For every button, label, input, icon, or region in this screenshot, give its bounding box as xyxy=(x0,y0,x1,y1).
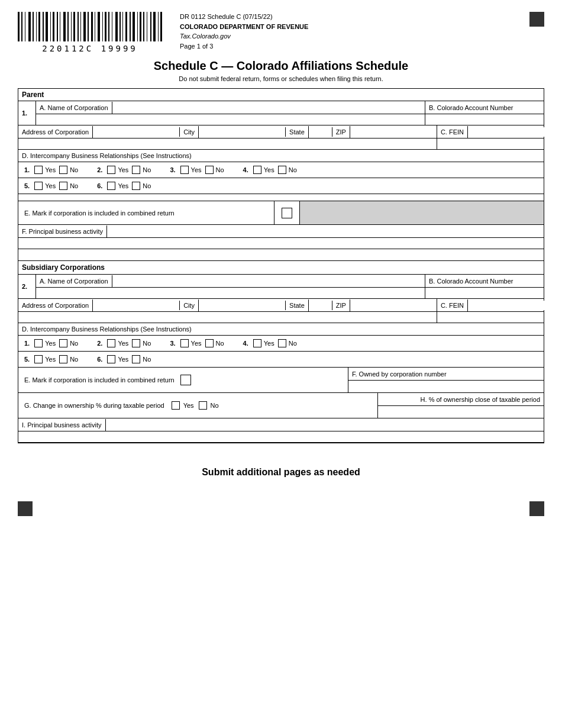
parent-q6-num: 6. xyxy=(97,182,102,189)
sub-d-row: D. Intercompany Business Relationships (… xyxy=(18,323,544,336)
parent-fein-input[interactable] xyxy=(468,127,554,137)
corner-box-bottom-left xyxy=(18,501,33,516)
parent-q6-no-label: No xyxy=(143,182,151,189)
sub-c-label: C. FEIN xyxy=(437,299,468,311)
parent-e-checkbox[interactable] xyxy=(282,208,292,218)
parent-address-label: Address of Corporation xyxy=(18,126,93,138)
parent-bottom-spacer xyxy=(18,249,544,261)
page-info: Page 1 of 3 xyxy=(180,41,529,51)
sub-f-owned-label: F. Owned by corporation number xyxy=(352,371,447,378)
parent-c-label: C. FEIN xyxy=(437,126,468,138)
parent-f-input[interactable] xyxy=(107,227,544,236)
sub-q4-num: 4. xyxy=(243,340,248,347)
sub-g-yes-checkbox[interactable] xyxy=(172,401,180,410)
sub-e-label: E. Mark if corporation is included in co… xyxy=(24,376,175,384)
sub-q6-yes-label: Yes xyxy=(118,356,128,363)
sub-g-no-checkbox[interactable] xyxy=(199,401,207,410)
sub-yn-row-2: 5. Yes No 6. Yes No xyxy=(18,352,544,368)
corner-box-top-right xyxy=(529,12,544,27)
parent-address-input[interactable] xyxy=(93,127,180,137)
sub-i-row: I. Principal business activity xyxy=(18,418,544,443)
sub-i-input[interactable] xyxy=(106,420,544,430)
parent-q6-yes-checkbox[interactable] xyxy=(107,182,115,190)
sub-q1-yes-checkbox[interactable] xyxy=(34,339,43,347)
sub-q5-no-checkbox[interactable] xyxy=(59,355,67,363)
sub-q3-yes-checkbox[interactable] xyxy=(180,339,189,347)
parent-section-header: Parent xyxy=(18,89,544,101)
parent-row-1: 1. A. Name of Corporation B. Colorado Ac… xyxy=(18,101,544,125)
sub-q6-no-checkbox[interactable] xyxy=(132,355,140,363)
sub-corporation-name-input[interactable] xyxy=(112,276,425,286)
sub-state-input[interactable] xyxy=(309,301,332,310)
parent-q3-no-checkbox[interactable] xyxy=(205,166,214,174)
sub-fein-input[interactable] xyxy=(468,301,554,310)
sub-address-input[interactable] xyxy=(93,301,180,310)
form-container: Parent 1. A. Name of Corporation B. Colo… xyxy=(18,88,544,443)
parent-yn-row-2: 5. Yes No 6. Yes No xyxy=(18,178,544,194)
parent-q3-yes-checkbox[interactable] xyxy=(180,166,189,174)
parent-q4-yes-label: Yes xyxy=(264,166,274,173)
parent-city-input[interactable] xyxy=(199,127,286,137)
sub-ef-combined-row: E. Mark if corporation is included in co… xyxy=(18,368,544,393)
parent-q5-no-label: No xyxy=(70,182,78,189)
sub-d-label: D. Intercompany Business Relationships (… xyxy=(22,326,192,333)
sub-q2-yes-label: Yes xyxy=(118,340,128,347)
sub-g-no-label: No xyxy=(211,402,219,409)
parent-q4-no-checkbox[interactable] xyxy=(278,166,286,174)
sub-q6-num: 6. xyxy=(97,356,102,363)
sub-q2-yes-checkbox[interactable] xyxy=(107,339,115,347)
sub-f-owned-input[interactable] xyxy=(447,369,540,379)
parent-q5-yes-label: Yes xyxy=(45,182,56,189)
parent-d-row: D. Intercompany Business Relationships (… xyxy=(18,150,544,162)
parent-d-label: D. Intercompany Business Relationships (… xyxy=(22,152,192,159)
sub-gh-row: G. Change in ownership % during taxable … xyxy=(18,393,544,418)
sub-g-yes-label: Yes xyxy=(183,402,194,409)
parent-e-label: E. Mark if corporation is included in co… xyxy=(24,210,175,217)
parent-a-label: A. Name of Corporation xyxy=(36,102,112,114)
subsidiary-section-header: Subsidiary Corporations xyxy=(18,261,544,275)
sub-q4-no-label: No xyxy=(289,340,297,347)
parent-zip-input[interactable] xyxy=(350,127,437,137)
barcode-area: 220112C 19999 xyxy=(18,12,162,53)
sub-city-input[interactable] xyxy=(199,301,286,310)
parent-state-input[interactable] xyxy=(309,127,332,137)
parent-q5-yes-checkbox[interactable] xyxy=(34,182,43,190)
department-name: COLORADO DEPARTMENT OF REVENUE xyxy=(180,22,529,32)
sub-state-label: State xyxy=(286,299,309,311)
sub-q1-num: 1. xyxy=(24,340,30,347)
parent-q1-no-checkbox[interactable] xyxy=(59,166,67,174)
sub-q5-no-label: No xyxy=(70,356,78,363)
parent-yn-row-1: 1. Yes No 2. Yes No 3. Yes No 4. Yes No xyxy=(18,162,544,178)
parent-q2-yes-checkbox[interactable] xyxy=(107,166,115,174)
parent-corporation-name-input[interactable] xyxy=(112,103,425,112)
sub-q4-no-checkbox[interactable] xyxy=(278,339,286,347)
website: Tax.Colorado.gov xyxy=(180,31,529,41)
sub-q6-yes-checkbox[interactable] xyxy=(107,355,115,363)
parent-q1-num: 1. xyxy=(24,166,30,173)
parent-q1-yes-checkbox[interactable] xyxy=(34,166,43,174)
sub-q4-yes-checkbox[interactable] xyxy=(253,339,261,347)
parent-e-gray-area xyxy=(300,201,544,224)
parent-q5-no-checkbox[interactable] xyxy=(59,182,67,190)
parent-q6-yes-label: Yes xyxy=(118,182,128,189)
sub-q3-no-checkbox[interactable] xyxy=(205,339,214,347)
sub-i-label: I. Principal business activity xyxy=(18,419,106,431)
sub-g-label: G. Change in ownership % during taxable … xyxy=(24,402,164,409)
parent-q2-no-label: No xyxy=(143,166,151,173)
parent-q4-yes-checkbox[interactable] xyxy=(253,166,261,174)
sub-zip-input[interactable] xyxy=(350,301,437,310)
parent-q6-no-checkbox[interactable] xyxy=(132,182,140,190)
parent-q4-no-label: No xyxy=(289,166,297,173)
sub-e-checkbox[interactable] xyxy=(180,375,191,385)
sub-q1-no-checkbox[interactable] xyxy=(59,339,67,347)
sub-q5-yes-checkbox[interactable] xyxy=(34,355,43,363)
sub-yn-row-1: 1. Yes No 2. Yes No 3. Yes No 4. Yes No xyxy=(18,336,544,352)
sub-row-1-num: 2. xyxy=(18,275,36,298)
parent-q4-num: 4. xyxy=(243,166,248,173)
sub-zip-label: ZIP xyxy=(332,299,350,311)
sub-q6-no-label: No xyxy=(143,356,151,363)
sub-q2-no-checkbox[interactable] xyxy=(132,339,140,347)
sub-q1-yes-label: Yes xyxy=(45,340,56,347)
page-title: Schedule C — Colorado Affiliations Sched… xyxy=(18,59,544,73)
parent-q2-no-checkbox[interactable] xyxy=(132,166,140,174)
